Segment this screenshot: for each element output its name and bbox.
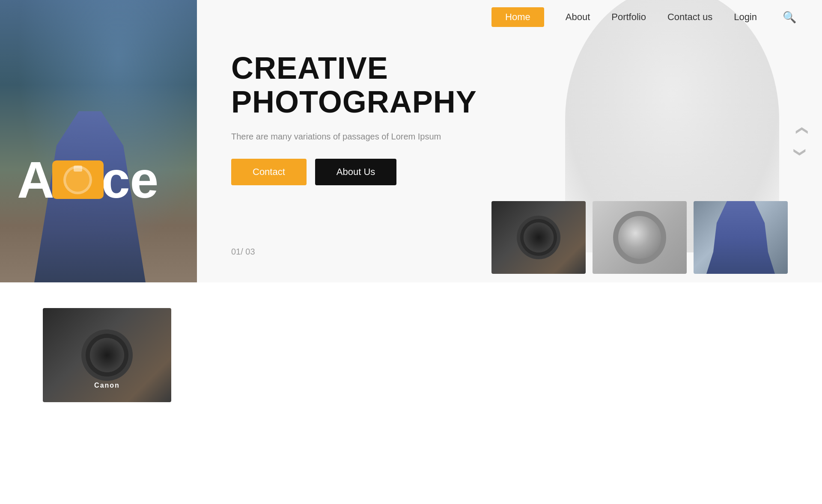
contact-button[interactable]: Contact: [231, 159, 307, 185]
main-nav: Home About Portfolio Contact us Login 🔍: [491, 7, 796, 27]
hero-title-line1: CREATIVE: [231, 51, 388, 85]
hero-content: CREATIVE PHOTOGRAPHY There are many vari…: [231, 51, 477, 185]
hero-right-panel: Home About Portfolio Contact us Login 🔍 …: [197, 0, 822, 282]
brand-letter-ce: ce: [101, 154, 158, 205]
hero-subtitle: There are many variations of passages of…: [231, 132, 477, 142]
nav-item-home[interactable]: Home: [491, 7, 544, 27]
search-icon[interactable]: 🔍: [783, 11, 796, 24]
thumbnail-camera[interactable]: [491, 201, 586, 274]
thumbnail-strip: [491, 201, 788, 274]
brand-letter-a: A: [17, 154, 54, 205]
nav-item-about[interactable]: About: [566, 12, 590, 23]
hero-buttons: Contact About Us: [231, 159, 477, 185]
arrow-down[interactable]: ❯: [792, 143, 809, 160]
nav-item-contact[interactable]: Contact us: [667, 12, 712, 23]
hero-left-panel: A ce: [0, 0, 197, 282]
brand-camera-icon: [52, 160, 104, 199]
below-fold-section: [0, 282, 822, 402]
hero-section: A ce Home About Portfolio Contact us Log…: [0, 0, 822, 282]
thumbnail-girl[interactable]: [694, 201, 788, 274]
brand-logo: A ce: [17, 154, 158, 205]
arrow-up[interactable]: ❯: [792, 122, 809, 139]
below-thumbnail-camera: [43, 308, 171, 402]
slider-navigation: ❯ ❯: [792, 122, 809, 160]
nav-item-login[interactable]: Login: [734, 12, 757, 23]
nav-item-portfolio[interactable]: Portfolio: [611, 12, 646, 23]
thumbnail-lens[interactable]: [593, 201, 687, 274]
main-header: Home About Portfolio Contact us Login 🔍: [394, 0, 822, 34]
about-us-button[interactable]: About Us: [315, 159, 397, 185]
slide-counter: 01/ 03: [231, 247, 255, 257]
hero-title: CREATIVE PHOTOGRAPHY: [231, 51, 477, 119]
hero-title-line2: PHOTOGRAPHY: [231, 85, 477, 119]
